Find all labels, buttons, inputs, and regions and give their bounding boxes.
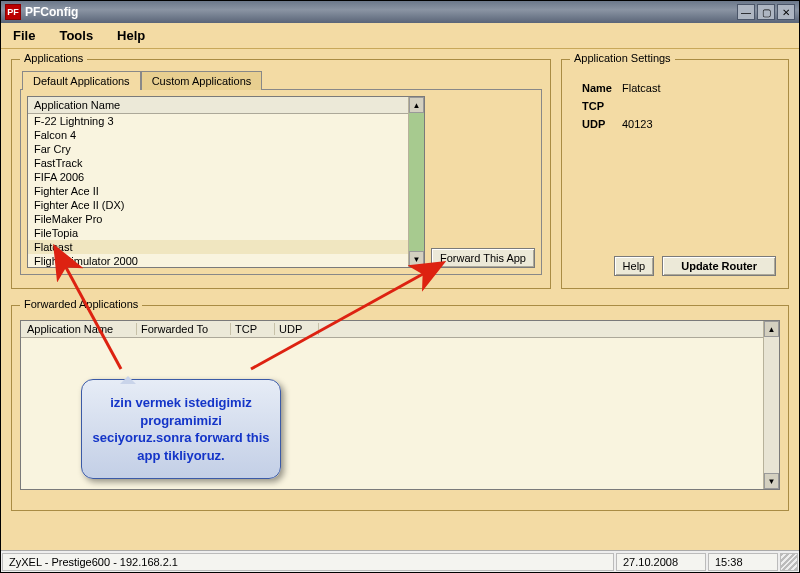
list-item[interactable]: Fighter Ace II [28,184,424,198]
menu-bar: File Tools Help [1,23,799,49]
settings-tcp-label: TCP [578,98,616,114]
list-item[interactable]: FIFA 2006 [28,170,424,184]
menu-file[interactable]: File [7,26,41,45]
scroll-track[interactable] [764,337,779,473]
content-area: Applications Default Applications Custom… [1,49,799,550]
column-header[interactable]: Forwarded To [141,323,231,335]
list-scrollbar[interactable]: ▲ ▼ [408,97,424,267]
settings-udp-label: UDP [578,116,616,132]
forward-this-app-button[interactable]: Forward This App [431,248,535,268]
column-header[interactable]: Application Name [27,323,137,335]
application-list-header: Application Name [28,97,424,114]
scroll-up-icon[interactable]: ▲ [409,97,424,113]
application-list[interactable]: Application Name F-22 Lightning 3Falcon … [27,96,425,268]
list-item[interactable]: Flatcast [28,240,424,254]
status-bar: ZyXEL - Prestige600 - 192.168.2.1 27.10.… [1,550,799,572]
forwarded-list-header: Application NameForwarded ToTCPUDP [21,321,779,338]
list-item[interactable]: Flight Simulator 2000 [28,254,424,267]
scroll-track[interactable] [409,113,424,251]
scroll-up-icon[interactable]: ▲ [764,321,779,337]
status-time: 15:38 [708,553,778,571]
forwarded-scrollbar[interactable]: ▲ ▼ [763,321,779,489]
list-item[interactable]: F-22 Lightning 3 [28,114,424,128]
title-bar: PF PFConfig — ▢ ✕ [1,1,799,23]
scroll-down-icon[interactable]: ▼ [409,251,424,267]
applications-group: Applications Default Applications Custom… [11,59,551,289]
minimize-button[interactable]: — [737,4,755,20]
app-icon: PF [5,4,21,20]
list-item[interactable]: FileTopia [28,226,424,240]
list-item[interactable]: FileMaker Pro [28,212,424,226]
status-date: 27.10.2008 [616,553,706,571]
application-settings-group: Application Settings Name Flatcast TCP U… [561,59,789,289]
list-item[interactable]: FastTrack [28,156,424,170]
column-application-name: Application Name [34,99,414,111]
update-router-button[interactable]: Update Router [662,256,776,276]
column-header[interactable]: TCP [235,323,275,335]
status-router-info: ZyXEL - Prestige600 - 192.168.2.1 [2,553,614,571]
menu-help[interactable]: Help [111,26,151,45]
list-item[interactable]: Fighter Ace II (DX) [28,198,424,212]
resize-grip-icon[interactable] [780,553,798,571]
scroll-down-icon[interactable]: ▼ [764,473,779,489]
column-header[interactable]: UDP [279,323,319,335]
applications-group-title: Applications [20,52,87,64]
settings-tcp-value [618,98,665,114]
settings-udp-value: 40123 [618,116,665,132]
list-item[interactable]: Far Cry [28,142,424,156]
tab-default-applications[interactable]: Default Applications [22,71,141,90]
settings-name-value: Flatcast [618,80,665,96]
instruction-callout: izin vermek istedigimiz programimizi sec… [81,379,281,479]
window-title: PFConfig [25,5,737,19]
settings-name-label: Name [578,80,616,96]
forwarded-applications-title: Forwarded Applications [20,298,142,310]
menu-tools[interactable]: Tools [53,26,99,45]
close-button[interactable]: ✕ [777,4,795,20]
help-button[interactable]: Help [614,256,655,276]
list-item[interactable]: Falcon 4 [28,128,424,142]
maximize-button[interactable]: ▢ [757,4,775,20]
application-settings-title: Application Settings [570,52,675,64]
tab-custom-applications[interactable]: Custom Applications [141,71,263,90]
